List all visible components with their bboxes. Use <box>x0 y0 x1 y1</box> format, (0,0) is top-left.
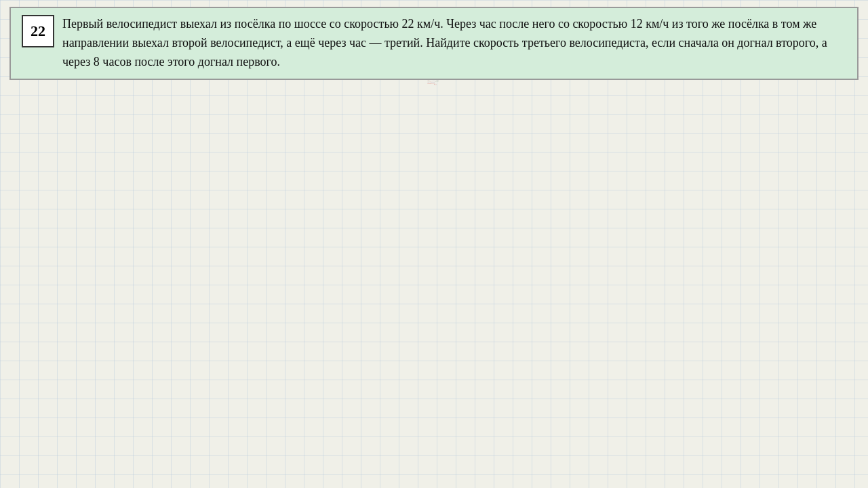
main-container: 22 Первый велосипедист выехал из посёлка… <box>0 0 868 488</box>
svg-text:; t: ; t <box>433 82 433 83</box>
svg-text:− υ: − υ <box>435 81 436 82</box>
svg-text:44: 44 <box>432 81 433 82</box>
svg-text:1: 1 <box>437 80 437 81</box>
svg-text:31: 31 <box>431 82 431 83</box>
svg-text:2: 2 <box>436 81 437 82</box>
svg-text:31: 31 <box>435 81 435 81</box>
svg-text:= 8 (ч);: = 8 (ч); <box>429 82 430 83</box>
svg-text:.: . <box>435 82 435 83</box>
svg-text:=: = <box>434 82 435 83</box>
svg-text:= x − 22 (: = x − 22 ( <box>436 81 437 82</box>
svg-text:x−22: x−22 <box>432 82 433 83</box>
svg-text:27: 27 <box>436 84 437 85</box>
svg-text:32: 32 <box>433 82 433 83</box>
svg-text:12: 12 <box>434 81 435 82</box>
svg-text:=8; |(x−22)(x−12); 44(x−12)−12: =8; |(x−22)(x−12); 44(x−12)−12(x−22) = 8… <box>429 83 436 84</box>
svg-text:=: = <box>433 82 434 83</box>
svg-text:12: 12 <box>429 82 429 83</box>
svg-text:1: 1 <box>433 80 434 81</box>
svg-text:−: − <box>428 83 429 83</box>
svg-text:= υ: = υ <box>435 81 436 82</box>
svg-text:x−12: x−12 <box>434 82 435 83</box>
svg-text:υ: υ <box>433 80 434 81</box>
svg-text:3: 3 <box>435 81 436 81</box>
svg-text:31: 31 <box>431 82 432 83</box>
svg-text:44: 44 <box>427 82 428 83</box>
svg-text:31: 31 <box>428 82 429 83</box>
svg-text:− t: − t <box>428 82 429 83</box>
svg-text:1: 1 <box>436 81 437 81</box>
svg-text:= x − 12 (: = x − 12 ( <box>436 81 437 83</box>
svg-text:=: = <box>431 82 432 83</box>
svg-text:υ: υ <box>435 81 435 82</box>
svg-text:ч: ч <box>429 80 429 81</box>
svg-text:S: S <box>437 80 437 81</box>
svg-text:x−22: x−22 <box>427 83 429 83</box>
svg-text:t: t <box>431 82 431 83</box>
problem-box: 22 Первый велосипедист выехал из посёлка… <box>9 7 859 80</box>
svg-text:44 км: 44 км <box>430 81 431 82</box>
svg-text:x−12: x−12 <box>429 83 430 83</box>
svg-text:− υ: − υ <box>435 81 436 81</box>
svg-text:32: 32 <box>433 82 434 83</box>
svg-text:υ: υ <box>431 82 432 83</box>
svg-text:11(x−12)−3(x−22)=2(x−22)(x−12): 11(x−12)−3(x−22)=2(x−22)(x−12); 2x²−68x+… <box>427 83 434 84</box>
svg-text:.: . <box>437 84 437 85</box>
problem-number: 22 <box>22 15 54 47</box>
svg-text:2: 2 <box>429 80 429 81</box>
svg-text:1: 1 <box>434 83 435 84</box>
svg-text:ч: ч <box>436 84 437 85</box>
svg-text:·2 = 44(км): ·2 = 44(км) <box>437 80 439 81</box>
svg-text:12 км: 12 км <box>429 81 430 81</box>
svg-text:S: S <box>433 81 434 82</box>
svg-text:Co: Co <box>436 80 437 81</box>
svg-text:ОТВЕТ:: ОТВЕТ: <box>434 84 435 85</box>
svg-text:υ: υ <box>433 82 434 83</box>
svg-text:= υ: = υ <box>437 80 437 81</box>
svg-text:): ) <box>438 81 439 82</box>
problem-text: Первый велосипедист выехал из посёлка по… <box>62 15 846 72</box>
svg-text:): ) <box>438 81 439 83</box>
svg-text:км: км <box>438 81 439 81</box>
svg-text:3: 3 <box>428 80 429 81</box>
solution-area: υ 3 =x км ч υ 2 <box>0 80 868 85</box>
svg-text:S: S <box>437 80 437 81</box>
svg-text:S: S <box>431 81 432 82</box>
svg-text:=: = <box>431 82 431 83</box>
svg-text:3: 3 <box>435 81 436 82</box>
svg-text:= υ: = υ <box>435 81 436 81</box>
svg-text:υ: υ <box>435 81 435 81</box>
svg-text:1: 1 <box>431 81 432 82</box>
svg-text:1: 1 <box>437 80 438 81</box>
svg-text:2x²−76x+27·11·2=0; x²−38x+27·1: 2x²−76x+27·11·2=0; x²−38x+27·11=0; <box>427 83 431 85</box>
svg-text:=11; x=27.: =11; x=27. <box>434 83 435 85</box>
svg-text:υ: υ <box>428 80 429 81</box>
svg-text:t: t <box>428 82 429 83</box>
svg-text:ч: ч <box>438 81 439 81</box>
content-area: 22 Первый велосипедист выехал из посёлка… <box>0 0 868 488</box>
svg-text:км: км <box>438 81 439 82</box>
svg-text:2: 2 <box>437 80 438 81</box>
svg-text:2: 2 <box>437 80 437 81</box>
svg-text:32: 32 <box>435 81 435 82</box>
svg-text:32: 32 <box>428 82 429 83</box>
svg-text:·1 = 12(км): ·1 = 12(км) <box>437 80 439 81</box>
solution-svg: υ 3 =x км ч υ 2 <box>0 80 868 85</box>
svg-text:2: 2 <box>433 81 434 82</box>
svg-text:ч: ч <box>438 81 439 82</box>
svg-text:x: x <box>434 83 435 84</box>
svg-text:= υ: = υ <box>437 80 437 81</box>
svg-text:υ: υ <box>429 80 429 81</box>
